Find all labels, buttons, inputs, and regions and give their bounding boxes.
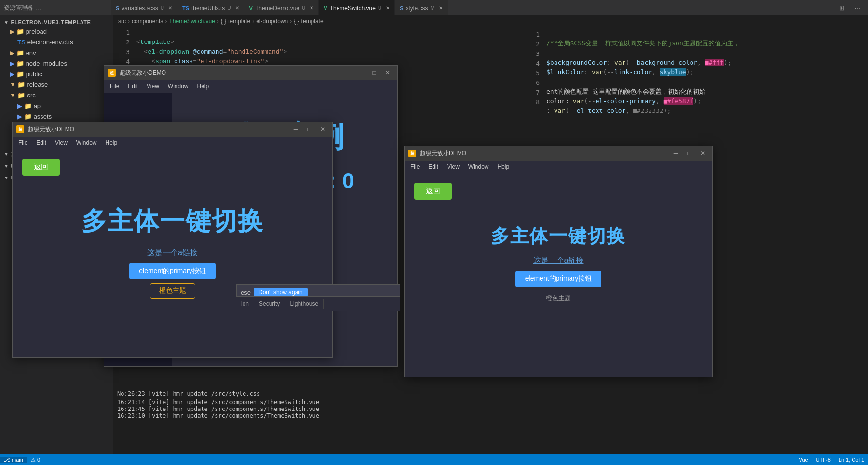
tab-suffix-2: U <box>227 5 231 11</box>
demo-fg-logo: 超 <box>16 125 24 133</box>
sidebar-item-public[interactable]: ▶ 📁 public <box>0 68 113 79</box>
demo-fg-maximize[interactable]: □ <box>303 124 315 134</box>
line-num-1: 1 <box>113 28 130 38</box>
tab-close-5[interactable]: ✕ <box>439 5 443 11</box>
demo-fg-link[interactable]: 这是一个a链接 <box>147 248 198 258</box>
demo-bg-maximize[interactable]: □ <box>368 68 380 78</box>
right-code-comment: /**全局$CSS变量 样式值以同文件夹下的json主题配置的值为主， <box>546 40 740 47</box>
breadcrumb-template-braces: { } <box>221 18 226 25</box>
right-code-content[interactable]: /**全局$CSS变量 样式值以同文件夹下的json主题配置的值为主， $bac… <box>542 29 740 125</box>
sidebar-item-api[interactable]: ▶ 📁 api <box>0 100 113 111</box>
layout-btn[interactable]: ⊞ <box>835 2 849 14</box>
devtools-tab-security[interactable]: Security <box>254 299 285 309</box>
sidebar-item-assets[interactable]: ▶ 📁 assets <box>0 111 113 122</box>
tab-style-css[interactable]: S style.css M ✕ <box>395 0 448 15</box>
breadcrumb-braces2: { } <box>294 18 299 25</box>
demo-fg-menu-window[interactable]: Window <box>72 138 101 147</box>
demo-right-menu-edit[interactable]: Edit <box>424 163 442 171</box>
tab-themeutils-ts[interactable]: TS themeUtils.ts U ✕ <box>177 0 244 15</box>
demo-fg-close[interactable]: ✕ <box>317 124 328 134</box>
demo-bg-menubar: File Edit View Window Help <box>104 80 397 93</box>
tab-close-3[interactable]: ✕ <box>310 5 313 11</box>
sidebar-item-node-modules[interactable]: ▶ 📁 node_modules <box>0 58 113 68</box>
demo-fg-menu-view[interactable]: View <box>51 138 71 147</box>
r-line-7: 7 <box>523 88 540 97</box>
terminal-line-3: 16:23:10 [vite] hmr update /src/componen… <box>117 412 864 419</box>
demo-right-minimize[interactable]: ─ <box>670 149 681 158</box>
r-line-4: 4 <box>523 59 540 68</box>
demo-right-close[interactable]: ✕ <box>697 149 708 158</box>
tab-themeswitch-vue[interactable]: V ThemeSwitch.vue U ✕ <box>319 0 395 15</box>
demo-right-return-btn[interactable]: 返回 <box>414 183 452 200</box>
vue-icon-3: V <box>249 5 253 11</box>
sidebar-item-release[interactable]: ▼ 📁 release <box>0 79 113 90</box>
breadcrumb-template: template <box>228 18 250 25</box>
demo-right-menu-window[interactable]: Window <box>464 163 493 171</box>
demo-fg-titlebar: 超 超级无敌小DEMO ─ □ ✕ <box>13 122 332 137</box>
demo-right-link[interactable]: 这是一个a链接 <box>533 256 584 266</box>
r-line-1: 1 <box>523 30 540 40</box>
statusbar-lang: Vue <box>795 457 812 463</box>
demo-bg-menu-view[interactable]: View <box>143 82 163 91</box>
titlebar-ellipsis: ... <box>36 4 41 12</box>
breadcrumb-themeswitch-vue: ThemeSwitch.vue <box>169 18 215 25</box>
tab-close-1[interactable]: ✕ <box>168 5 172 11</box>
project-name: ELECTRON-VUE3-TEMPLATE <box>11 19 91 25</box>
demo-right-menu-file[interactable]: File <box>407 163 423 171</box>
demo-right-primary-btn[interactable]: element的primary按钮 <box>515 271 601 287</box>
r-line-5: 5 <box>523 68 540 78</box>
sidebar-item-preload[interactable]: ▶ 📁 preload <box>0 26 113 37</box>
dont-show-ese: ese <box>241 289 251 296</box>
demo-window-foreground: 超 超级无敌小DEMO ─ □ ✕ File Edit View Window … <box>12 122 333 358</box>
sidebar-item-electron-env[interactable]: TS electron-env.d.ts <box>0 37 113 47</box>
demo-fg-minimize[interactable]: ─ <box>290 124 301 134</box>
demo-fg-menu-help[interactable]: Help <box>102 138 122 147</box>
titlebar-actions: ⊞ ··· <box>831 2 868 14</box>
demo-bg-menu-window[interactable]: Window <box>164 82 192 91</box>
rc-line7: color: var(--el-color-primary, ■#fe587f)… <box>546 97 701 105</box>
rc-line6: ent的颜色配置 这里配置的颜色不会覆盖，初始化的初始 <box>546 88 705 95</box>
demo-fg-menu-edit[interactable]: Edit <box>32 138 50 147</box>
right-line-numbers: 1 2 3 4 5 6 7 8 <box>523 29 542 125</box>
demo-bg-menu-help[interactable]: Help <box>193 82 213 91</box>
demo-right-menu-help[interactable]: Help <box>494 163 514 171</box>
statusbar-errors: ⚠ 0 <box>27 457 44 463</box>
folder-icon-api: ▶ 📁 <box>17 102 32 109</box>
tab-close-2[interactable]: ✕ <box>235 5 239 11</box>
npm-chevron: ▼ <box>4 175 9 180</box>
tab-label-style-css: style.css <box>406 5 428 12</box>
demo-right-menu-view[interactable]: View <box>443 163 463 171</box>
terminal-line-2: 16:21:45 [vite] hmr update /src/componen… <box>117 406 864 412</box>
demo-fg-title: 超级无敌小DEMO <box>28 125 286 134</box>
tab-themedemo-vue[interactable]: V ThemeDemo.vue U ✕ <box>244 0 319 15</box>
demo-bg-minimize[interactable]: ─ <box>355 68 366 78</box>
demo-bg-menu-edit[interactable]: Edit <box>124 82 142 91</box>
demo-bg-close[interactable]: ✕ <box>382 68 393 78</box>
demo-fg-menu-file[interactable]: File <box>14 138 31 147</box>
tab-label-variables-scss: variables.scss <box>122 5 158 12</box>
demo-bg-menu-file[interactable]: File <box>106 82 123 91</box>
sidebar-item-env[interactable]: ▶ 📁 env <box>0 47 113 58</box>
demo-window-right: 超 超级无敌小DEMO ─ □ ✕ File Edit View Window … <box>404 146 713 377</box>
more-actions-btn[interactable]: ··· <box>851 2 864 14</box>
demo-fg-outline-btn[interactable]: 橙色主题 <box>150 283 195 299</box>
demo-fg-winbtns: ─ □ ✕ <box>290 124 328 134</box>
statusbar-branch: ⎇ main <box>0 457 27 463</box>
demo-fg-primary-btn[interactable]: element的primary按钮 <box>129 263 215 279</box>
devtools-tab-lighthouse[interactable]: Lighthouse <box>285 299 324 309</box>
tab-close-4[interactable]: ✕ <box>386 5 390 11</box>
tab-variables-scss[interactable]: S variables.scss U ✕ <box>111 0 177 15</box>
line-num-3: 3 <box>113 47 130 57</box>
demo-right-maximize[interactable]: □ <box>683 149 695 158</box>
demo-bg-title: 超级无敌小DEMO <box>120 69 351 77</box>
statusbar: ⎇ main ⚠ 0 Vue UTF-8 Ln 1, Col 1 <box>0 454 868 465</box>
devtools-tab-ion[interactable]: ion <box>236 299 254 309</box>
rc-line3: $backgroundColor: var(--background-color… <box>546 59 732 66</box>
sidebar-item-src[interactable]: ▼ 📁 src <box>0 90 113 100</box>
outline-chevron: ▼ <box>4 151 9 157</box>
dont-show-btn[interactable]: Don't show again <box>254 288 308 297</box>
demo-fg-return-btn[interactable]: 返回 <box>22 159 60 176</box>
demo-bg-titlebar: 超 超级无敌小DEMO ─ □ ✕ <box>104 66 397 80</box>
css-icon: S <box>116 5 119 11</box>
tab-suffix-3: U <box>302 5 305 11</box>
